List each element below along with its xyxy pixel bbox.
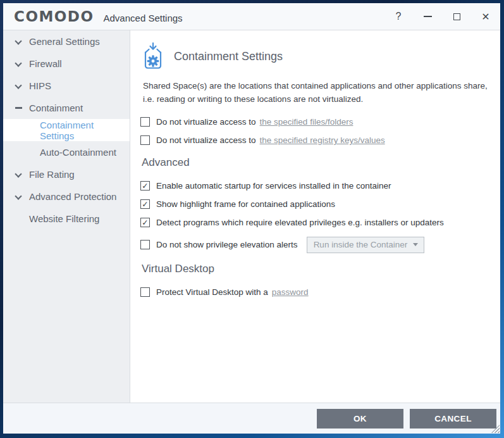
- sidebar-nav: General Settings Firewall HIPS Containme…: [3, 30, 130, 403]
- chevron-spacer: [15, 215, 22, 222]
- advanced-section-heading: Advanced: [142, 156, 489, 169]
- advanced-options: Enable automatic startup for services in…: [140, 180, 489, 253]
- minimize-icon: [424, 16, 432, 17]
- checkbox-label: Do not show privilege elevation alerts: [156, 240, 298, 249]
- checkbox-label: Enable automatic startup for services in…: [156, 181, 391, 191]
- chevron-down-icon: [15, 82, 22, 89]
- chevron-down-icon: [15, 38, 22, 45]
- comodo-logo: COMODO: [14, 8, 94, 25]
- maximize-icon: [453, 13, 460, 20]
- shared-space-description: Shared Space(s) are the locations that c…: [143, 79, 489, 106]
- checkbox-label: Detect programs which require elevated p…: [156, 218, 444, 227]
- sidebar-item-hips[interactable]: HIPS: [3, 75, 130, 97]
- cancel-button[interactable]: CANCEL: [410, 409, 496, 429]
- content-header: Containment Settings: [140, 42, 489, 72]
- sidebar-item-label: Auto-Containment: [40, 147, 116, 158]
- checkbox-detect-elevated[interactable]: [140, 218, 150, 227]
- checkbox-label: Protect Virtual Desktop with a: [156, 287, 268, 297]
- advanced-settings-window: COMODO Advanced Settings ? ✕: [3, 3, 500, 434]
- checkbox-label: Do not virtualize access to: [156, 135, 256, 145]
- sidebar-item-firewall[interactable]: Firewall: [3, 53, 130, 75]
- sidebar-item-general-settings[interactable]: General Settings: [3, 30, 130, 53]
- footer-bar: OK CANCEL: [3, 403, 500, 434]
- sidebar-item-advanced-protection[interactable]: Advanced Protection: [3, 185, 130, 208]
- ok-button[interactable]: OK: [317, 409, 403, 429]
- checkbox-row-virtualize-registry: Do not virtualize access to the specifie…: [140, 134, 489, 147]
- specified-registry-keys-link[interactable]: the specified registry keys/values: [260, 135, 385, 145]
- sidebar-item-label: Containment Settings: [40, 120, 130, 141]
- checkbox-highlight-frame[interactable]: [140, 199, 150, 209]
- chevron-down-icon: [15, 171, 22, 178]
- password-link[interactable]: password: [272, 287, 309, 297]
- checkbox-label: Do not virtualize access to: [156, 117, 256, 127]
- checkbox-label: Show highlight frame for contained appli…: [156, 199, 335, 209]
- window-body: General Settings Firewall HIPS Containme…: [3, 30, 500, 403]
- dropdown-selected-value: Run inside the Container: [314, 240, 408, 249]
- collapse-minus-icon: [15, 104, 22, 111]
- chevron-down-icon: [15, 60, 22, 67]
- specified-files-folders-link[interactable]: the specified files/folders: [260, 117, 353, 127]
- sidebar-item-label: HIPS: [29, 80, 51, 91]
- help-button[interactable]: ?: [384, 3, 413, 30]
- sidebar-item-label: Advanced Protection: [29, 191, 116, 202]
- maximize-button[interactable]: [442, 3, 471, 30]
- sidebar-item-containment-settings[interactable]: Containment Settings: [3, 119, 130, 141]
- checkbox-row-virtualize-files: Do not virtualize access to the specifie…: [140, 116, 489, 128]
- sidebar-item-label: Website Filtering: [29, 213, 99, 224]
- checkbox-no-elevation-alerts[interactable]: [140, 240, 150, 249]
- virtual-desktop-options: Protect Virtual Desktop with a password: [140, 286, 489, 299]
- sidebar-item-label: General Settings: [29, 36, 100, 47]
- checkbox-row-no-elevation-alerts: Do not show privilege elevation alerts R…: [140, 237, 489, 253]
- checkbox-virtualize-registry[interactable]: [140, 135, 150, 145]
- close-icon: ✕: [481, 11, 489, 23]
- elevation-action-dropdown[interactable]: Run inside the Container: [307, 237, 425, 253]
- chevron-down-icon: [15, 193, 22, 200]
- page-title: Containment Settings: [174, 50, 283, 63]
- checkbox-row-auto-startup: Enable automatic startup for services in…: [140, 180, 489, 192]
- sidebar-item-label: Containment: [29, 103, 83, 113]
- help-icon: ?: [396, 11, 402, 22]
- checkbox-row-protect-vd: Protect Virtual Desktop with a password: [140, 286, 489, 299]
- virtual-desktop-section-heading: Virtual Desktop: [142, 263, 489, 275]
- sidebar-item-containment[interactable]: Containment: [3, 97, 130, 119]
- sidebar-item-label: Firewall: [29, 58, 62, 69]
- checkbox-row-detect-elevated: Detect programs which require elevated p…: [140, 216, 489, 229]
- window-title: Advanced Settings: [104, 13, 183, 23]
- containment-box-gear-icon: [140, 42, 166, 72]
- checkbox-virtualize-files[interactable]: [140, 117, 150, 127]
- checkbox-protect-vd[interactable]: [140, 287, 150, 297]
- titlebar: COMODO Advanced Settings ? ✕: [3, 3, 500, 30]
- containment-settings-panel: Containment Settings Shared Space(s) are…: [130, 30, 500, 403]
- sidebar-item-auto-containment[interactable]: Auto-Containment: [3, 141, 130, 163]
- checkbox-auto-startup[interactable]: [140, 181, 150, 191]
- sidebar-item-website-filtering[interactable]: Website Filtering: [3, 208, 130, 230]
- window-controls: ? ✕: [384, 3, 500, 30]
- close-button[interactable]: ✕: [471, 3, 500, 30]
- window-frame: COMODO Advanced Settings ? ✕: [0, 0, 504, 438]
- sidebar-item-file-rating[interactable]: File Rating: [3, 163, 130, 185]
- virtualize-options: Do not virtualize access to the specifie…: [140, 116, 489, 147]
- sidebar-item-label: File Rating: [29, 169, 75, 180]
- dropdown-arrow-icon: [413, 243, 418, 246]
- checkbox-row-highlight-frame: Show highlight frame for contained appli…: [140, 198, 489, 211]
- minimize-button[interactable]: [413, 3, 442, 30]
